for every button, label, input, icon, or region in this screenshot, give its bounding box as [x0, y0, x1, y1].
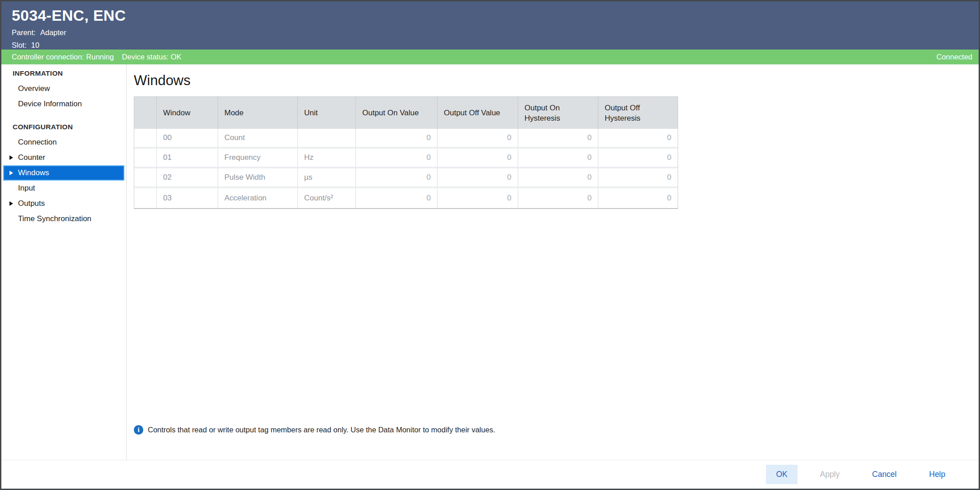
dialog-footer: OK Apply Cancel Help: [1, 460, 979, 489]
window-cell: 02: [156, 168, 218, 188]
expand-arrow-icon[interactable]: [9, 201, 13, 206]
sidebar-item-label: Connection: [18, 138, 57, 146]
connected-badge: Connected: [936, 53, 972, 61]
sidebar-item-label: Time Synchronization: [18, 214, 91, 223]
apply-button[interactable]: Apply: [810, 465, 850, 484]
section-label-configuration: CONFIGURATION: [1, 119, 126, 135]
unit-cell: Count/s²: [297, 188, 356, 208]
output-off-value-cell: 0: [437, 168, 518, 188]
parent-label: Parent:: [12, 28, 36, 36]
sidebar-item-label: Device Information: [18, 100, 82, 108]
output-off-value-cell: 0: [437, 188, 518, 208]
output-on-value-cell: 0: [356, 129, 437, 149]
table-row: 00 Count 0 0 0 0: [134, 129, 678, 149]
controller-connection-status: Controller connection: Running: [12, 53, 114, 61]
sidebar-item-label: Outputs: [18, 199, 45, 208]
row-selector-cell: [134, 168, 156, 188]
unit-cell: Hz: [297, 149, 356, 168]
window-cell: 01: [156, 149, 218, 168]
output-off-hysteresis-cell: 0: [598, 149, 678, 168]
status-left-group: Controller connection: Running Device st…: [12, 53, 182, 61]
page-title: Windows: [134, 73, 979, 89]
col-header-output-off-value: Output Off Value: [437, 97, 518, 129]
sidebar-item-overview[interactable]: Overview: [1, 81, 126, 96]
sidebar-item-outputs[interactable]: Outputs: [1, 196, 126, 211]
slot-label: Slot:: [12, 41, 27, 49]
slot-value: 10: [31, 41, 39, 49]
note-text: Controls that read or write output tag m…: [148, 426, 495, 434]
row-selector-cell: [134, 129, 156, 149]
col-header-output-on-hysteresis: Output On Hysteresis: [518, 97, 598, 129]
windows-table: Window Mode Unit Output On Value Output …: [134, 96, 678, 209]
content-area: INFORMATION Overview Device Information …: [1, 64, 979, 460]
device-status: Device status: OK: [122, 53, 182, 61]
mode-cell: Acceleration: [218, 188, 297, 208]
col-header-unit: Unit: [297, 97, 356, 129]
sidebar-item-label: Overview: [18, 84, 50, 93]
table-row: 03 Acceleration Count/s² 0 0 0 0: [134, 188, 678, 208]
table-row: 01 Frequency Hz 0 0 0 0: [134, 149, 678, 168]
col-header-output-on-value: Output On Value: [356, 97, 437, 129]
window-cell: 00: [156, 129, 218, 149]
output-on-hysteresis-cell: 0: [518, 129, 598, 149]
col-header-mode: Mode: [218, 97, 297, 129]
row-selector-cell: [134, 149, 156, 168]
windows-panel: Windows Window Mode Unit Output On Value: [127, 64, 979, 460]
sidebar-item-input[interactable]: Input: [1, 181, 126, 196]
output-off-value-cell: 0: [437, 129, 518, 149]
sidebar-item-device-information[interactable]: Device Information: [1, 96, 126, 112]
sidebar-item-label: Windows: [18, 168, 49, 177]
unit-cell: [297, 129, 356, 149]
read-only-note: i Controls that read or write output tag…: [134, 425, 979, 435]
ok-button[interactable]: OK: [766, 465, 797, 484]
output-on-hysteresis-cell: 0: [518, 149, 598, 168]
output-on-value-cell: 0: [356, 188, 437, 208]
col-header-selector: [134, 97, 156, 129]
expand-arrow-icon[interactable]: [9, 155, 13, 160]
row-selector-cell: [134, 188, 156, 208]
mode-cell: Count: [218, 129, 297, 149]
output-on-hysteresis-cell: 0: [518, 188, 598, 208]
section-label-information: INFORMATION: [1, 66, 126, 81]
connection-status-bar: Controller connection: Running Device st…: [1, 50, 979, 64]
window-cell: 03: [156, 188, 218, 208]
table-row: 02 Pulse Width µs 0 0 0 0: [134, 168, 678, 188]
output-on-value-cell: 0: [356, 168, 437, 188]
windows-table-container: Window Mode Unit Output On Value Output …: [134, 96, 677, 209]
slot-line: Slot:10: [12, 41, 979, 50]
cancel-button[interactable]: Cancel: [862, 465, 907, 484]
output-off-hysteresis-cell: 0: [598, 168, 678, 188]
module-title: 5034-ENC, ENC: [12, 7, 979, 24]
parent-value: Adapter: [40, 28, 66, 36]
module-properties-window: 5034-ENC, ENC Parent:Adapter Slot:10 Con…: [0, 0, 980, 490]
sidebar-item-label: Counter: [18, 153, 45, 162]
unit-cell: µs: [297, 168, 356, 188]
mode-cell: Pulse Width: [218, 168, 297, 188]
mode-cell: Frequency: [218, 149, 297, 168]
category-sidebar: INFORMATION Overview Device Information …: [1, 64, 127, 460]
sidebar-item-time-synchronization[interactable]: Time Synchronization: [1, 211, 126, 227]
sidebar-item-connection[interactable]: Connection: [1, 135, 126, 150]
help-button[interactable]: Help: [919, 465, 955, 484]
output-off-hysteresis-cell: 0: [598, 129, 678, 149]
sidebar-item-label: Input: [18, 184, 35, 192]
output-off-hysteresis-cell: 0: [598, 188, 678, 208]
info-icon: i: [134, 425, 143, 435]
output-on-value-cell: 0: [356, 149, 437, 168]
col-header-window: Window: [156, 97, 218, 129]
col-header-output-off-hysteresis: Output Off Hysteresis: [598, 97, 678, 129]
sidebar-item-windows[interactable]: Windows: [3, 165, 124, 181]
sidebar-item-counter[interactable]: Counter: [1, 150, 126, 165]
title-header: 5034-ENC, ENC Parent:Adapter Slot:10: [1, 1, 979, 50]
expand-arrow-icon[interactable]: [9, 171, 13, 175]
table-header-row: Window Mode Unit Output On Value Output …: [134, 97, 678, 129]
parent-line: Parent:Adapter: [12, 28, 979, 37]
output-off-value-cell: 0: [437, 149, 518, 168]
output-on-hysteresis-cell: 0: [518, 168, 598, 188]
